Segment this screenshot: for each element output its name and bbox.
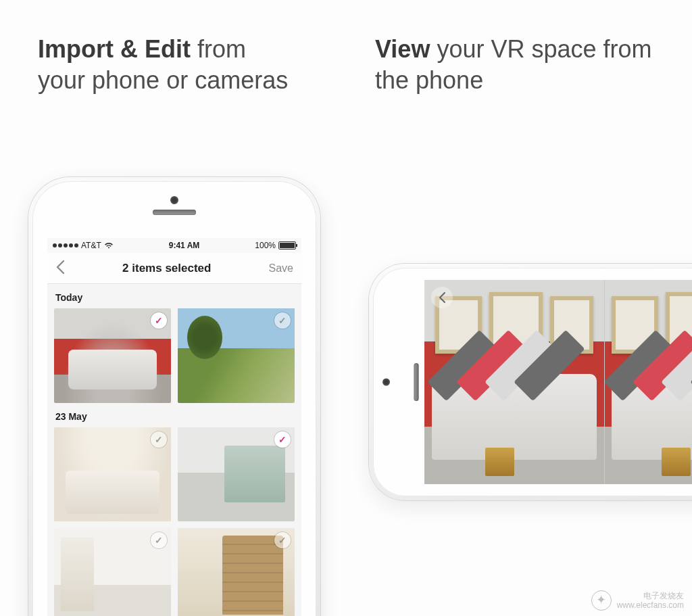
watermark-line1: 电子发烧友 [617,591,684,600]
grid-may23 [54,427,295,616]
phone-landscape-mockup [369,264,692,500]
status-right: 100% [255,241,296,250]
status-left: AT&T [53,241,114,250]
heading-right-bold: View [375,35,430,63]
photo-gallery: Today 23 May [47,292,301,616]
back-button[interactable] [55,260,65,277]
nav-title: 2 items selected [122,262,211,275]
phone-bezel: AT&T 9:41 AM 100% 2 items selected Save [32,181,316,616]
checkmark-icon[interactable] [151,312,167,329]
checkmark-icon[interactable] [274,532,291,548]
nav-bar: 2 items selected Save [47,253,301,284]
heading-view: View your VR space from the phone [375,34,659,96]
heading-import-edit: Import & Edit from your phone or cameras [38,34,295,96]
grid-today [54,308,295,403]
status-time: 9:41 AM [169,241,200,250]
vr-viewer-screen [424,280,692,484]
vr-back-button[interactable] [431,287,453,308]
phone-speaker-icon [153,210,196,215]
vr-room-scene [424,280,604,484]
phone-portrait-mockup: AT&T 9:41 AM 100% 2 items selected Save [28,177,320,616]
watermark: ✦ 电子发烧友 www.elecfans.com [591,590,684,611]
save-button[interactable]: Save [269,262,293,275]
front-camera-icon [170,196,178,204]
photo-thumb[interactable] [54,308,171,403]
section-title-today: Today [55,292,293,303]
checkmark-icon[interactable] [274,431,291,448]
watermark-text: 电子发烧友 www.elecfans.com [617,591,684,611]
heading-left-bold: Import & Edit [38,35,191,63]
chevron-left-icon [55,260,65,275]
vr-left-eye[interactable] [424,280,604,484]
status-bar: AT&T 9:41 AM 100% [47,238,301,253]
watermark-logo-icon: ✦ [591,590,612,611]
phone-screen: AT&T 9:41 AM 100% 2 items selected Save [47,238,301,616]
vr-right-eye[interactable] [604,280,693,484]
signal-dots-icon [53,243,78,247]
carrier-label: AT&T [81,241,101,250]
checkmark-icon[interactable] [274,312,291,329]
chevron-left-icon [438,291,446,304]
checkmark-icon[interactable] [151,532,167,548]
photo-thumb[interactable] [178,528,295,616]
front-camera-icon [382,379,390,386]
wifi-icon [104,242,114,249]
photo-thumb[interactable] [54,528,171,616]
phone-speaker-icon [414,363,419,401]
phone-bezel [373,268,692,496]
photo-thumb[interactable] [178,308,295,403]
battery-icon [278,241,296,250]
photo-thumb[interactable] [54,427,171,522]
section-title-may23: 23 May [55,411,293,422]
photo-thumb[interactable] [178,427,295,522]
vr-room-scene [605,280,693,484]
battery-percent: 100% [255,241,276,250]
watermark-line2: www.elecfans.com [617,600,684,610]
checkmark-icon[interactable] [151,431,167,448]
